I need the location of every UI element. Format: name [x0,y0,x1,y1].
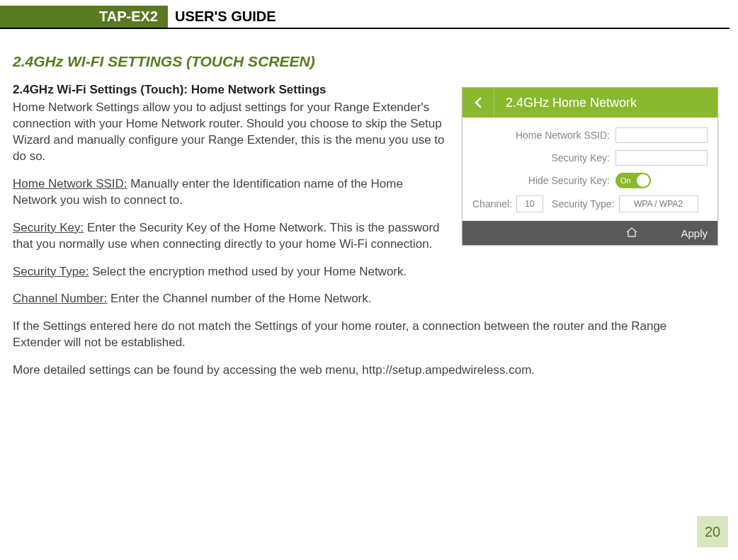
ssid-input[interactable] [615,127,708,143]
warning-text: If the Settings entered here do not matc… [13,319,718,351]
figure-title: 2.4GHz Home Network [494,96,637,110]
doc-title: USER'S GUIDE [168,6,276,28]
sectype-text: Select the encryption method used by you… [89,265,407,278]
chan-label: Channel Number: [13,292,107,305]
channel-label: Channel: [472,198,512,210]
toggle-state: On [620,176,631,185]
channel-row: Channel: 10 Security Type: WPA / WPA2 [472,195,708,212]
seckey-row: Security Key: [472,150,708,166]
sectype-field-label: Security Type: [552,198,614,210]
page-content: 2.4GHz WI-FI SETTINGS (TOUCH SCREEN) 2.4… [0,29,738,379]
doc-header: TAP-EX2 USER'S GUIDE [0,6,730,29]
product-tag: TAP-EX2 [92,6,168,28]
home-icon[interactable] [625,226,638,241]
chan-text: Enter the Channel number of the Home Net… [107,292,371,305]
seckey-input[interactable] [615,150,708,166]
ssid-row: Home Network SSID: [472,127,708,143]
figure-body: Home Network SSID: Security Key: Hide Se… [462,118,717,221]
back-button[interactable] [462,88,494,118]
seckey-field-label: Security Key: [552,152,610,164]
touchscreen-figure: 2.4GHz Home Network Home Network SSID: S… [462,87,718,246]
hidekey-field-label: Hide Security Key: [528,175,610,186]
sectype-select[interactable]: WPA / WPA2 [619,195,698,212]
ssid-field-label: Home Network SSID: [516,130,610,141]
channel-input[interactable]: 10 [516,195,543,212]
figure-header: 2.4GHz Home Network [462,88,717,118]
page-number: 20 [697,516,728,547]
more-text: More detailed settings can be found by a… [13,362,718,379]
chevron-left-icon [472,97,484,108]
hidekey-row: Hide Security Key: On [472,173,708,188]
seckey-label: Security Key: [13,221,84,234]
header-spacer [0,6,92,28]
ssid-label: Home Network SSID: [13,177,127,190]
hidekey-toggle[interactable]: On [615,173,651,188]
sectype-def: Security Type: Select the encryption met… [13,264,718,280]
toggle-knob [637,174,649,187]
chan-def: Channel Number: Enter the Channel number… [13,291,718,307]
sectype-label: Security Type: [13,265,89,278]
apply-button[interactable]: Apply [681,227,708,239]
section-title: 2.4GHz WI-FI SETTINGS (TOUCH SCREEN) [13,53,718,70]
figure-footer: Apply [462,221,717,245]
